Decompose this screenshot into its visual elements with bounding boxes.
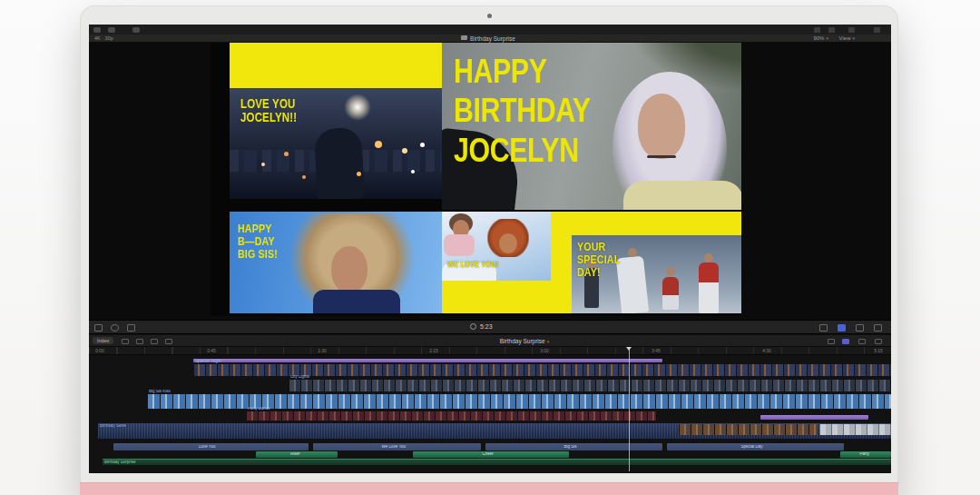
clip-label: Birthday Surprise	[104, 460, 136, 465]
title-clip-top[interactable]	[193, 359, 662, 362]
clip-label: Big Sis	[485, 445, 655, 450]
video-clip-city[interactable]: City Lights	[289, 380, 891, 391]
camera-dot	[487, 14, 492, 18]
connected-clip-2[interactable]: We Love You	[313, 443, 481, 450]
clip-label: Riser	[256, 452, 334, 457]
clip-label: Special Day	[667, 445, 837, 450]
page: 4K · 30p Birthday Surprise 90% View	[0, 0, 980, 495]
audio-clip-3[interactable]: Party	[840, 451, 891, 458]
playhead[interactable]	[629, 347, 630, 471]
audio-clip-2[interactable]: Cheer	[413, 451, 569, 458]
audio-clip-1[interactable]: Riser	[256, 451, 338, 458]
video-clip-dance[interactable]: Party Dance	[246, 411, 656, 421]
title-clip-special-day[interactable]	[760, 415, 868, 420]
connected-clip-3[interactable]: Big Sis	[485, 443, 662, 450]
clip-label: City Lights	[290, 375, 309, 380]
clip-label: Party Dance	[248, 407, 270, 411]
video-clip-light[interactable]	[819, 424, 891, 435]
clip-label: Party	[840, 452, 889, 457]
caption-top-left: LOVE YOU JOCELYN!!	[240, 97, 297, 124]
music-clip[interactable]: Birthday Surprise	[103, 459, 891, 465]
screen: 4K · 30p Birthday Surprise 90% View	[89, 25, 891, 473]
caption-bottom-left: HAPPY B—DAY BIG SIS!	[238, 223, 278, 261]
video-clip-warm[interactable]	[679, 424, 818, 435]
clip-label: We Love You	[313, 445, 475, 450]
connected-clip-1[interactable]: Love You	[113, 443, 309, 450]
clip-label: Sparkler Night	[195, 360, 221, 364]
clip-label: Big Sis Kiss	[149, 390, 171, 394]
imac-chin-pink	[80, 482, 898, 495]
caption-bottom-mid: WE LOVE YOU!	[447, 261, 498, 270]
caption-bottom-right: YOUR SPECIAL DAY!	[577, 241, 620, 279]
imac-bezel: 4K · 30p Birthday Surprise 90% View	[80, 5, 898, 495]
caption-top-right: HAPPY BIRTHDAY JOCELYN	[454, 52, 591, 170]
clip-label: Love You	[113, 445, 300, 450]
connected-clip-4[interactable]: Special Day	[667, 443, 844, 450]
clip-label: Birthday Selfie	[100, 424, 126, 429]
clip-label: Cheer	[413, 452, 563, 457]
